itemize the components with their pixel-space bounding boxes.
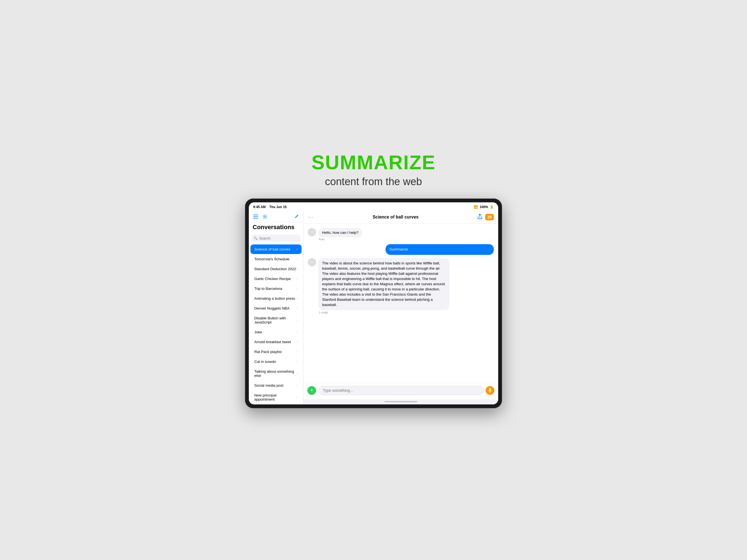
chevron-icon: › xyxy=(297,306,298,310)
compose-icon xyxy=(294,214,299,219)
conversation-label: Disable Button with JavaScript xyxy=(254,316,297,324)
conversation-label: Science of ball curves xyxy=(254,247,290,251)
add-content-button[interactable]: + xyxy=(307,386,316,395)
svg-point-3 xyxy=(264,216,266,218)
chat-header: ··· Science of ball curves 25 xyxy=(304,211,498,224)
message-row-bot-greeting: 🤖 Hello, how can I help? Free xyxy=(308,228,494,241)
gear-icon xyxy=(262,214,267,219)
header-actions: 25 xyxy=(478,214,494,221)
mic-icon xyxy=(488,388,492,393)
page-subtitle: content from the web xyxy=(311,176,436,187)
conversation-label: Joke xyxy=(254,330,262,334)
wifi-icon: 📶 xyxy=(474,205,478,209)
sidebar: Conversations Science of ball curves›Tom… xyxy=(249,211,304,404)
conversation-label: Animating a button press xyxy=(254,297,295,301)
conversation-item[interactable]: New principal appointment› xyxy=(251,390,302,404)
chevron-icon: › xyxy=(297,318,298,322)
conversation-item[interactable]: Animating a button press› xyxy=(251,294,302,303)
header-dots-icon: ··· xyxy=(308,214,314,220)
bot-avatar: 🤖 xyxy=(308,228,316,236)
chevron-icon: › xyxy=(297,286,298,290)
conversation-label: Talking about something else xyxy=(254,370,297,378)
chat-area: ··· Science of ball curves 25 xyxy=(304,211,498,404)
youtube-link[interactable]: https://www.youtube.com/watch?v=T9xsTO6u… xyxy=(409,247,490,251)
chevron-icon: › xyxy=(297,330,298,334)
chevron-icon: › xyxy=(297,297,298,300)
conversation-item[interactable]: Garlic Chicken Recipe› xyxy=(251,274,302,284)
status-time: 9:45 AM xyxy=(253,205,266,209)
sidebar-icons-left xyxy=(253,214,268,220)
conversation-item[interactable]: Talking about something else› xyxy=(251,367,302,380)
battery-status: 100% xyxy=(480,205,488,209)
sidebar-title-area: Conversations xyxy=(249,222,303,233)
status-date: Thu Jun 15 xyxy=(269,205,287,209)
conversation-label: Denver Nuggets NBA xyxy=(254,306,289,310)
conversation-item[interactable]: Trip to Barcelona› xyxy=(251,284,302,294)
chevron-icon: › xyxy=(297,257,298,261)
conversation-item[interactable]: Rat Pack playlist› xyxy=(251,347,302,357)
chevron-icon: › xyxy=(297,360,298,363)
chevron-icon: › xyxy=(297,267,298,271)
svg-rect-0 xyxy=(253,215,258,215)
conversation-item[interactable]: Social media post› xyxy=(251,381,302,390)
chat-title: Science of ball curves xyxy=(314,215,478,220)
search-wrapper xyxy=(252,235,301,242)
chevron-icon: › xyxy=(297,372,298,376)
conversation-item[interactable]: Science of ball curves› xyxy=(251,245,302,254)
conversation-label: Social media post xyxy=(254,383,284,387)
conversation-item[interactable]: Standard Deduction 2022› xyxy=(251,264,302,274)
conversation-item[interactable]: Cat in tuxedo› xyxy=(251,357,302,366)
new-chat-button[interactable] xyxy=(294,214,300,219)
mic-button[interactable] xyxy=(486,386,494,395)
share-icon xyxy=(478,214,482,219)
svg-point-6 xyxy=(309,259,315,265)
chevron-icon: › xyxy=(297,383,298,387)
chevron-icon: › xyxy=(297,247,298,251)
conversation-label: Standard Deduction 2022 xyxy=(254,267,296,271)
conversation-label: New principal appointment xyxy=(254,393,297,401)
sidebar-title: Conversations xyxy=(253,224,300,231)
conversations-list: Science of ball curves›Tomorrow's Schedu… xyxy=(249,244,303,404)
search-input[interactable] xyxy=(252,235,301,242)
input-area: + xyxy=(304,383,498,400)
conversation-label: Tomorrow's Schedule xyxy=(254,257,289,261)
sidebar-toggle-button[interactable] xyxy=(253,214,259,220)
conversation-label: Cat in tuxedo xyxy=(254,360,276,364)
conversation-label: Trip to Barcelona xyxy=(254,286,282,291)
settings-button[interactable] xyxy=(262,214,268,220)
search-container xyxy=(249,233,303,244)
ipad-frame: 9:45 AM Thu Jun 15 📶 100% 🔋 xyxy=(245,199,502,408)
chevron-icon: › xyxy=(297,277,298,281)
message-row-bot: 🤖 The video is about the science behind … xyxy=(308,258,494,314)
share-button[interactable] xyxy=(478,214,482,221)
credit-info: 1 credit xyxy=(319,311,328,314)
home-bar xyxy=(384,401,417,402)
sidebar-icon xyxy=(253,215,258,219)
sidebar-toolbar xyxy=(249,211,303,222)
message-input[interactable] xyxy=(318,386,483,395)
home-indicator xyxy=(304,400,498,404)
bot-message-wrapper: The video is about the science behind ho… xyxy=(318,258,449,314)
chevron-icon: › xyxy=(297,340,298,344)
ipad-screen: 9:45 AM Thu Jun 15 📶 100% 🔋 xyxy=(249,202,498,404)
conversation-item[interactable]: Denver Nuggets NBA› xyxy=(251,304,302,313)
conversation-item[interactable]: Joke› xyxy=(251,327,302,337)
status-time-date: 9:45 AM Thu Jun 15 xyxy=(253,205,287,209)
conversation-item[interactable]: Arnold breakfast tweet› xyxy=(251,337,302,347)
bot-response-bubble: The video is about the science behind ho… xyxy=(318,258,449,310)
conversation-item[interactable]: Disable Button with JavaScript› xyxy=(251,313,302,327)
status-bar: 9:45 AM Thu Jun 15 📶 100% 🔋 xyxy=(249,202,498,211)
svg-rect-1 xyxy=(253,216,258,217)
bot-avatar: 🤖 xyxy=(308,258,316,266)
chevron-icon: › xyxy=(297,350,298,354)
user-bubble: Summarize https://www.youtube.com/watch?… xyxy=(386,244,494,255)
page-header: SUMMARIZE content from the web xyxy=(311,152,436,187)
svg-rect-8 xyxy=(489,388,491,391)
svg-rect-2 xyxy=(253,218,258,219)
conversation-label: Rat Pack playlist xyxy=(254,350,282,354)
svg-point-4 xyxy=(309,229,315,235)
greeting-bubble: Hello, how can I help? xyxy=(318,228,362,238)
conversation-item[interactable]: Tomorrow's Schedule› xyxy=(251,254,302,264)
status-right: 📶 100% 🔋 xyxy=(474,205,494,209)
page-title: SUMMARIZE xyxy=(311,152,436,173)
